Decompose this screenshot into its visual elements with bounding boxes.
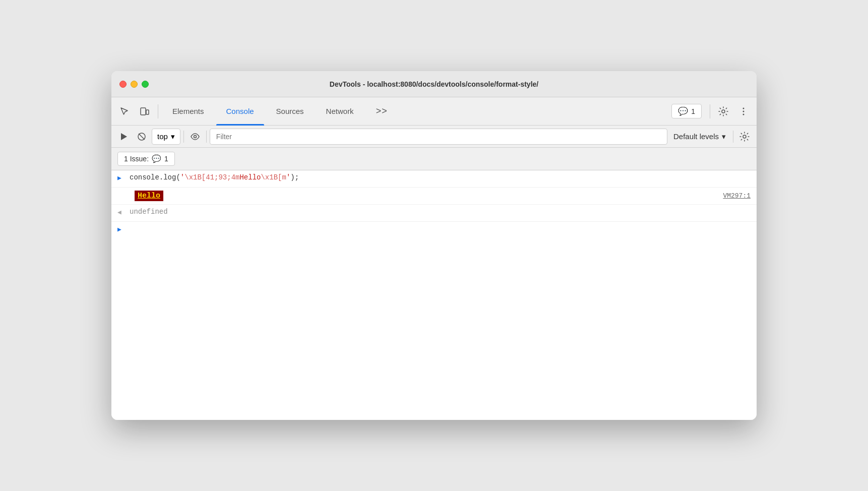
svg-line-8 [139,134,145,139]
code-method: console.log( [130,173,180,181]
issues-bar: 1 Issue: 💬 1 [111,148,757,170]
issues-label: 1 Issue: [124,155,149,163]
svg-marker-6 [121,133,127,140]
prompt-icon: ▶ [117,225,125,235]
more-options-icon [738,106,749,116]
issues-badge-header[interactable]: 💬 1 [671,104,702,118]
play-icon [118,132,129,142]
console-toolbar: top ▾ Default levels ▾ [111,126,757,148]
inspect-icon [119,106,130,116]
table-row: ▶ console.log('\x1B[41;93;4mHello\x1B[m'… [111,170,757,188]
tab-more[interactable]: >> [366,97,398,126]
dropdown-arrow-icon: ▾ [171,132,175,141]
tab-elements[interactable]: Elements [162,97,214,126]
filter-input[interactable] [210,129,667,145]
console-toolbar-divider-3 [733,131,733,143]
return-arrow-icon: ◀ [117,208,125,218]
toolbar-divider-2 [710,104,710,118]
svg-point-2 [722,110,725,113]
inspect-button[interactable] [115,102,134,120]
console-settings-button[interactable] [736,129,753,145]
gear-icon [718,106,728,116]
console-toolbar-divider-1 [183,131,184,143]
table-row: Hello VM297:1 [111,188,757,205]
issues-count-header: 1 [691,107,695,115]
tab-console[interactable]: Console [216,97,264,126]
svg-point-4 [743,110,745,112]
minimize-button[interactable] [131,81,138,88]
default-levels-chevron: ▾ [722,132,726,141]
undefined-output: undefined [130,208,168,216]
default-levels-button[interactable]: Default levels ▾ [669,129,730,145]
svg-point-10 [743,135,746,138]
svg-rect-1 [146,110,149,114]
code-closing: ); [290,173,299,181]
toolbar-divider-1 [158,104,158,118]
code-string: '\x1B[41;93;4mHello\x1B[m' [180,173,290,181]
chat-icon: 💬 [678,106,688,116]
block-icon [137,132,147,142]
svg-point-3 [743,107,745,109]
hello-output: Hello [135,191,163,201]
issues-tag[interactable]: 1 Issue: 💬 1 [117,152,175,166]
device-toolbar-button[interactable] [136,102,154,120]
devtools-toolbar: Elements Console Sources Network >> 💬 1 [111,97,757,126]
more-options-button[interactable] [734,102,753,120]
default-levels-label: Default levels [673,132,719,141]
device-toolbar-icon [140,106,150,116]
clear-console-button[interactable] [115,129,132,145]
console-input-line[interactable]: ▶ [111,222,757,238]
eye-icon [190,132,200,142]
issues-count: 1 [164,155,168,163]
svg-point-9 [194,135,196,138]
block-button[interactable] [134,129,150,145]
chat-icon-issues: 💬 [152,154,161,163]
title-bar: DevTools - localhost:8080/docs/devtools/… [111,71,757,97]
maximize-button[interactable] [142,81,149,88]
context-label: top [157,132,168,141]
console-cursor [130,226,134,234]
close-button[interactable] [119,81,127,88]
console-toolbar-divider-2 [206,131,207,143]
window-content: Elements Console Sources Network >> 💬 1 [111,97,757,420]
table-row: ◀ undefined [111,205,757,222]
tab-network[interactable]: Network [316,97,364,126]
settings-button[interactable] [714,102,732,120]
traffic-lights [119,81,149,88]
console-output: ▶ console.log('\x1B[41;93;4mHello\x1B[m'… [111,170,757,420]
expand-arrow-icon[interactable]: ▶ [117,173,125,184]
svg-point-5 [743,113,745,115]
indent-space [117,191,130,201]
eye-button[interactable] [187,129,203,145]
console-log-code: console.log('\x1B[41;93;4mHello\x1B[m'); [130,173,751,181]
context-selector[interactable]: top ▾ [152,129,180,145]
console-gear-icon [739,132,750,142]
svg-rect-0 [141,108,146,115]
devtools-window: DevTools - localhost:8080/docs/devtools/… [111,71,757,420]
vm-link[interactable]: VM297:1 [723,192,751,200]
window-title: DevTools - localhost:8080/docs/devtools/… [330,80,538,88]
tab-sources[interactable]: Sources [266,97,314,126]
